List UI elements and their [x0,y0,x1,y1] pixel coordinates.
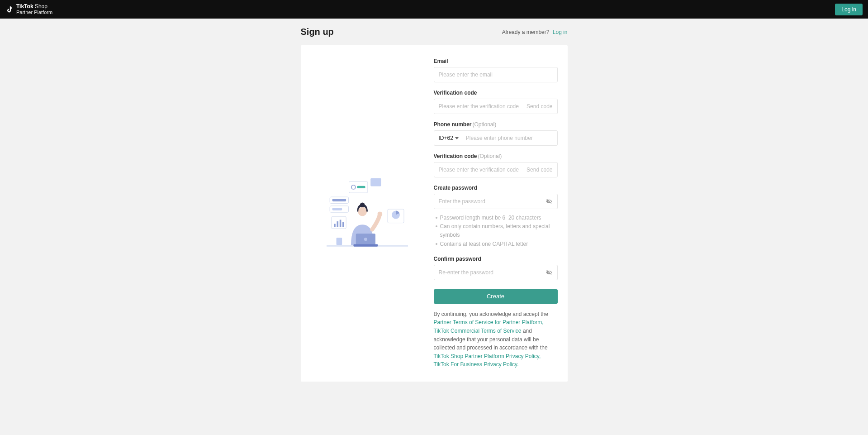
confirm-password-input-wrap[interactable] [434,265,558,280]
confirm-password-field[interactable] [439,269,545,276]
app-header: TikTok Shop Partner Platform Log in [0,0,868,19]
password-hint: Can only contain numbers, letters and sp… [434,222,558,239]
email-verify-field[interactable] [439,103,523,110]
signup-card: Email Verification code Send code Phone … [301,45,568,382]
country-code-value: ID+62 [439,135,453,141]
svg-point-18 [358,207,367,216]
chevron-down-icon [455,137,459,139]
password-input-wrap[interactable] [434,194,558,209]
email-field[interactable] [439,72,553,78]
legal-link-privacy[interactable]: TikTok Shop Partner Platform Privacy Pol… [434,353,541,368]
password-field[interactable] [439,198,545,205]
phone-verify-group: Verification code(Optional) Send code [434,153,558,177]
svg-rect-13 [342,222,344,227]
svg-rect-8 [332,208,342,210]
svg-rect-3 [357,186,365,188]
svg-rect-6 [332,199,346,201]
brand-logo: TikTok Shop Partner Platform [5,4,52,15]
confirm-password-label: Confirm password [434,256,558,262]
brand-line1: TikTok Shop [16,4,52,10]
signup-illustration [327,177,408,250]
phone-group: Phone number(Optional) ID+62 [434,121,558,146]
email-verify-group: Verification code Send code [434,90,558,114]
email-label: Email [434,58,558,64]
create-button[interactable]: Create [434,289,558,304]
svg-point-19 [377,212,382,217]
phone-field[interactable] [466,135,553,141]
eye-off-icon[interactable] [545,269,553,276]
legal-prefix: By continuing, you acknowledge and accep… [434,311,549,317]
password-hint: Contains at least one CAPITAL letter [434,240,558,249]
phone-label: Phone number(Optional) [434,121,558,128]
phone-verify-label: Verification code(Optional) [434,153,558,159]
brand-tiktok: TikTok [16,3,33,10]
phone-verify-field[interactable] [439,167,523,173]
confirm-password-group: Confirm password [434,256,558,280]
email-group: Email [434,58,558,82]
send-phone-code-button[interactable]: Send code [526,167,552,173]
phone-verify-input-wrap[interactable]: Send code [434,162,558,177]
country-code-select[interactable]: ID+62 [439,135,462,141]
password-hint: Password length must be 6–20 characters [434,214,558,222]
already-text: Already a member? [502,29,550,35]
phone-optional: (Optional) [473,121,497,128]
phone-label-text: Phone number [434,121,472,128]
legal-text: By continuing, you acknowledge and accep… [434,310,558,369]
email-verify-input-wrap[interactable]: Send code [434,99,558,114]
signup-form: Email Verification code Send code Phone … [434,45,568,382]
svg-rect-12 [339,220,341,227]
password-hints: Password length must be 6–20 characters … [434,214,558,249]
svg-point-22 [364,238,367,241]
eye-off-icon[interactable] [545,198,553,205]
phone-verify-label-text: Verification code [434,153,477,159]
page-header: Sign up Already a member? Log in [301,27,568,37]
svg-rect-10 [334,224,336,227]
already-member: Already a member? Log in [502,29,568,35]
send-email-code-button[interactable]: Send code [526,103,552,110]
svg-rect-4 [370,178,381,186]
svg-rect-16 [336,238,342,245]
brand-shop: Shop [35,3,47,10]
password-group: Create password Password length must be … [434,185,558,249]
email-verify-label: Verification code [434,90,558,96]
svg-rect-21 [353,244,378,247]
phone-verify-optional: (Optional) [478,153,502,159]
login-link[interactable]: Log in [553,29,568,35]
phone-input-wrap[interactable]: ID+62 [434,130,558,146]
tiktok-icon [5,5,14,14]
password-label: Create password [434,185,558,191]
header-login-button[interactable]: Log in [835,4,863,15]
svg-rect-11 [337,221,338,227]
page-title: Sign up [301,27,334,37]
card-illustration-panel [301,45,434,382]
email-input-wrap[interactable] [434,67,558,82]
brand-line2: Partner Platform [16,10,52,15]
